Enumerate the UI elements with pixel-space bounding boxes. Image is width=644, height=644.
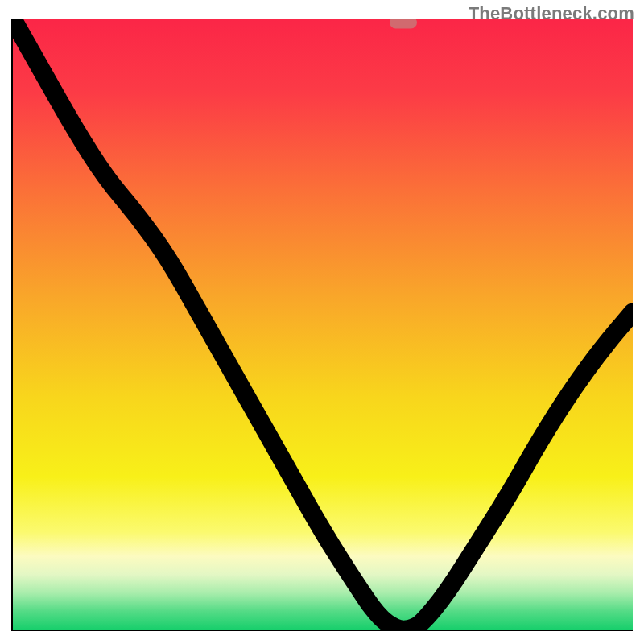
- chart-frame: TheBottleneck.com: [0, 0, 644, 644]
- plot-area: [11, 19, 633, 631]
- bottleneck-curve: [13, 19, 633, 630]
- watermark-text: TheBottleneck.com: [469, 3, 634, 24]
- optimal-marker: [390, 19, 417, 28]
